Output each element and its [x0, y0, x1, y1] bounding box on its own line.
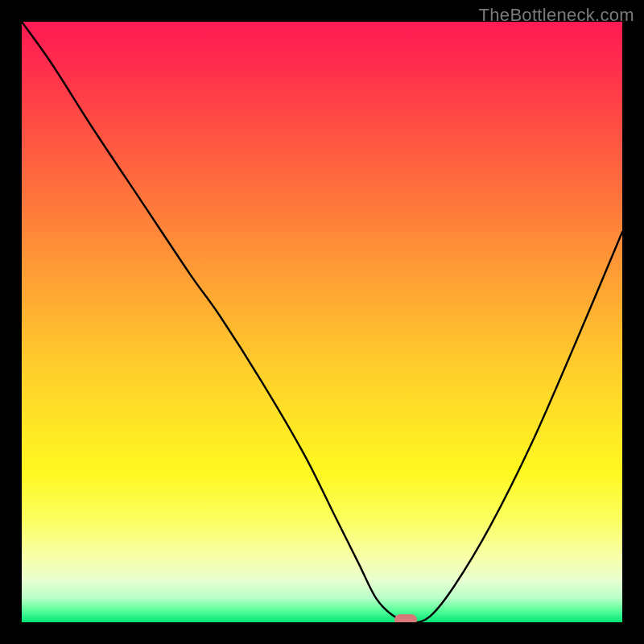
plot-area [22, 22, 622, 622]
chart-frame [0, 0, 644, 644]
optimal-marker [394, 614, 417, 622]
curve-svg [22, 22, 622, 622]
watermark: TheBottleneck.com [479, 5, 634, 26]
bottleneck-curve [22, 22, 622, 622]
